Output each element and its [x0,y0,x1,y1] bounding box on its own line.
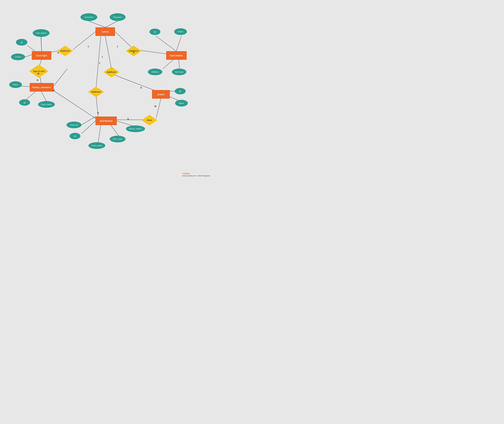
rel-admin-grains: Add/Fetch [103,67,119,77]
attr-dist-date: DIST_Date [110,136,126,142]
entity-card-holder[interactable]: Card Holder [166,51,187,60]
svg-line-31 [98,125,101,143]
card-1-admin-ch-right: 1 [117,45,118,48]
attr-gr-id: ID [175,88,186,94]
attr-ch-cardtype: Card type [172,69,186,75]
card-1-admin-gr: 1 [102,56,103,58]
svg-line-13 [53,90,96,118]
card-n-fm-dist: N [53,89,55,92]
attr-ch-id: ID [149,29,160,35]
attr-ch-address: Address [148,69,162,75]
svg-line-27 [156,99,161,118]
attr-fm-cardholder: Card_holder [38,101,55,108]
card-n-stock-dist: N [127,118,129,120]
attr-card-name: Card_Name [33,29,50,37]
svg-line-21 [156,36,176,51]
card-n-ct: N [57,52,59,54]
card-n-dist: N [97,112,99,114]
svg-line-2 [73,32,96,50]
attr-fm-name: Name [9,81,22,88]
attr-fm-id: ID [19,99,30,106]
card-m-grains-stock: M [154,105,156,108]
attr-dist-month: Month_UABLE [126,125,145,132]
entity-distribution[interactable]: Distribution [96,117,117,125]
attr-criteria: Criteria [11,54,25,60]
card-n-ch: N [133,51,134,54]
svg-line-4 [105,36,111,69]
svg-line-30 [81,121,96,134]
rel-admin-distribution: Add/Fetch [88,87,104,97]
svg-line-12 [53,69,67,87]
svg-line-1 [105,21,118,27]
entity-admin[interactable]: Admin [96,27,115,36]
svg-line-0 [89,21,105,27]
rel-cardtype-family: Type of card [29,64,48,78]
svg-line-23 [163,60,173,69]
rel-grains-stock: Stock [141,115,157,125]
attr-dist-id: ID [70,133,80,139]
svg-line-29 [82,117,96,125]
attr-dist-grainid: Grain_ID [66,122,82,128]
svg-line-19 [25,92,35,100]
card-m-typeofcard: M [38,72,39,75]
card-1-admin-ct-left: 1 [88,45,89,48]
diagram-canvas: Admin Card Type Family_members Card Hold… [0,0,212,178]
entity-grains[interactable]: Grains [152,90,170,99]
rel-admin-cardholder: Add/Fetch [126,46,142,56]
entity-family-members[interactable]: Family_members [30,83,54,92]
svg-line-32 [110,124,119,136]
attr-gr-name: Name [175,100,188,106]
watermark: creately www.creately.com • Online Diagr… [182,172,210,177]
card-n-gr-addfetch: N [140,87,142,89]
svg-line-24 [179,60,180,69]
svg-line-8 [111,74,154,90]
entity-card-type[interactable]: Card Type [32,51,51,60]
svg-line-20 [41,92,46,101]
svg-line-22 [176,36,181,51]
attr-ch-name: Name [174,28,187,35]
svg-line-17 [25,55,32,57]
card-1-admin-dist: 1 [99,62,100,64]
attr-password: Password [110,13,126,21]
card-n-typeofcard: N [37,79,38,81]
attr-ct-id: ID [16,39,27,46]
attr-dist-cardholder: Card_holder [89,142,105,149]
attr-username: Username [80,13,97,21]
rel-admin-cardtype: Add/Fetch [57,46,73,56]
svg-line-14 [41,37,42,51]
